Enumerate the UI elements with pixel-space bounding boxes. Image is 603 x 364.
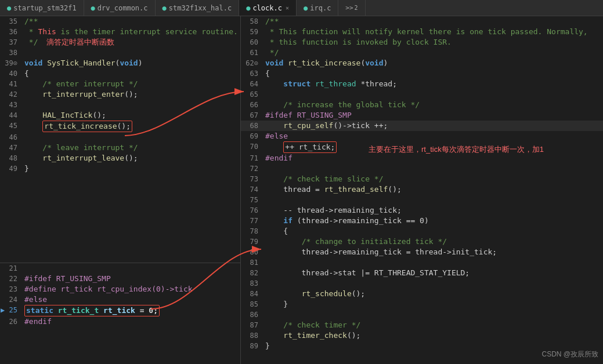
code-line-35: 35 /** bbox=[0, 16, 240, 27]
code-line-61r: 61 */ bbox=[241, 48, 603, 58]
code-line-73r: 73 /* check time slice */ bbox=[241, 174, 603, 184]
code-line-64r: 64 struct rt_thread *thread; bbox=[241, 79, 603, 89]
code-line-21b: 21 bbox=[0, 263, 240, 274]
tab-bar: ● startup_stm32f1 ● drv_common.c ● stm32… bbox=[0, 0, 603, 16]
tab-drv[interactable]: ● drv_common.c bbox=[84, 0, 156, 16]
code-line-78r: 78 { bbox=[241, 226, 603, 236]
tab-clock[interactable]: ● clock.c ✕ bbox=[239, 0, 297, 16]
code-line-77r: 77 if (thread->remaining_tick == 0) bbox=[241, 216, 603, 226]
close-icon[interactable]: ✕ bbox=[286, 5, 289, 11]
left-panel: 滴答定时器中断函数 35 /** 36 * This is the timer … bbox=[0, 16, 241, 364]
code-line-80r: 80 thread->remaining_tick = thread->init… bbox=[241, 247, 603, 257]
code-line-49: 49 } bbox=[0, 163, 240, 174]
left-bottom-code[interactable]: 21 22 #ifdef RT_USING_SMP 23 #define rt_… bbox=[0, 263, 240, 364]
code-line-76r: 76 -- thread->remaining_tick; bbox=[241, 205, 603, 216]
code-line-79r: 79 /* change to initialized tick */ bbox=[241, 236, 603, 247]
code-line-22b: 22 #ifdef RT_USING_SMP bbox=[0, 274, 240, 284]
right-code-area[interactable]: 主要在于这里，rt_tick每次滴答定时器中断一次，加1 58 /** 59 *… bbox=[241, 16, 603, 364]
code-line-26b: 26 #endif bbox=[0, 316, 240, 327]
code-line-38: 38 bbox=[0, 48, 240, 58]
code-line-24b: 24 #else bbox=[0, 294, 240, 305]
code-line-59r: 59 * This function will notify kernel th… bbox=[241, 27, 603, 37]
code-line-62r: 62⊙ void rt_tick_increase(void) bbox=[241, 58, 603, 68]
code-line-86r: 86 bbox=[241, 310, 603, 320]
code-line-23b: 23 #define rt_tick rt_cpu_index(0)->tick bbox=[0, 284, 240, 294]
cn-annotation-1: 滴答定时器中断函数 bbox=[46, 37, 114, 48]
code-line-75r: 75 bbox=[241, 195, 603, 205]
left-top-code[interactable]: 滴答定时器中断函数 35 /** 36 * This is the timer … bbox=[0, 16, 240, 263]
right-panel: 主要在于这里，rt_tick每次滴答定时器中断一次，加1 58 /** 59 *… bbox=[241, 16, 603, 364]
code-line-39: 39⊙ void SysTick_Handler(void) bbox=[0, 58, 240, 68]
code-line-72r: 72 bbox=[241, 163, 603, 174]
code-line-69r: 69 #else bbox=[241, 131, 603, 141]
code-line-88r: 88 rt_timer_check(); bbox=[241, 330, 603, 341]
code-line-42: 42 rt_interrupt_enter(); bbox=[0, 89, 240, 100]
code-line-58r: 58 /** bbox=[241, 16, 603, 27]
right-code[interactable]: 58 /** 59 * This function will notify ke… bbox=[241, 16, 603, 364]
code-line-67r: 67 #ifdef RT_USING_SMP bbox=[241, 110, 603, 121]
code-line-74r: 74 thread = rt_thread_self(); bbox=[241, 184, 603, 195]
code-line-46: 46 bbox=[0, 132, 240, 143]
code-line-85r: 85 } bbox=[241, 299, 603, 310]
code-line-44: 44 HAL_IncTick(); bbox=[0, 110, 240, 121]
code-line-47: 47 /* leave interrupt */ bbox=[0, 143, 240, 153]
code-line-87r: 87 /* check timer */ bbox=[241, 320, 603, 330]
code-line-63r: 63 { bbox=[241, 68, 603, 79]
code-line-48: 48 rt_interrupt_leave(); bbox=[0, 153, 240, 163]
panels-wrapper: 滴答定时器中断函数 35 /** 36 * This is the timer … bbox=[0, 16, 603, 364]
code-line-82r: 82 thread->stat |= RT_THREAD_STAT_YIELD; bbox=[241, 268, 603, 278]
tab-irq[interactable]: ● irq.c bbox=[297, 0, 338, 16]
code-line-25b: ▶ 25 static rt_tick_t rt_tick = 0; bbox=[0, 305, 240, 316]
code-line-83r: 83 bbox=[241, 278, 603, 289]
tab-hal[interactable]: ● stm32f1xx_hal.c bbox=[156, 0, 240, 16]
code-line-60r: 60 * this function is invoked by clock I… bbox=[241, 37, 603, 48]
code-line-68r: 68 rt_cpu_self()->tick ++; bbox=[241, 121, 603, 131]
left-bottom-code-area[interactable]: 21 22 #ifdef RT_USING_SMP 23 #define rt_… bbox=[0, 263, 240, 364]
tab-startup[interactable]: ● startup_stm32f1 bbox=[0, 0, 84, 16]
code-line-37: 37 */ bbox=[0, 37, 240, 48]
cn-annotation-2: 主要在于这里，rt_tick每次滴答定时器中断一次，加1 bbox=[369, 144, 544, 155]
csdn-watermark: CSDN @孜辰所致 bbox=[541, 350, 598, 359]
code-line-45: 45 rt_tick_increase(); bbox=[0, 121, 240, 132]
code-line-40: 40 { bbox=[0, 68, 240, 79]
code-line-41: 41 /* enter interrupt */ bbox=[0, 79, 240, 89]
code-line-81r: 81 bbox=[241, 257, 603, 268]
left-top-code-area[interactable]: 35 /** 36 * This is the timer interrupt … bbox=[0, 16, 240, 263]
code-line-84r: 84 rt_schedule(); bbox=[241, 289, 603, 299]
code-line-66r: 66 /* increase the global tick */ bbox=[241, 100, 603, 110]
code-line-43: 43 bbox=[0, 100, 240, 110]
code-line-65r: 65 bbox=[241, 89, 603, 100]
tab-more[interactable]: >> 2 bbox=[338, 0, 365, 16]
code-line-36: 36 * This is the timer interrupt service… bbox=[0, 27, 240, 37]
